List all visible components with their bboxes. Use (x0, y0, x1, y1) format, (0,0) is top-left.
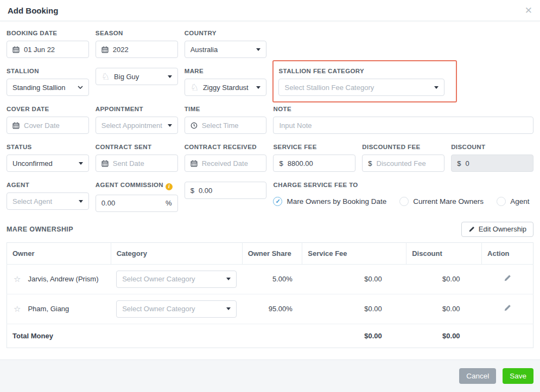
contract-received-field: CONTRACT RECEIVED (185, 144, 267, 172)
cover-date-input[interactable] (7, 117, 89, 134)
radio-unchecked-icon (497, 197, 506, 206)
owner-share-value: 95.00% (242, 294, 302, 324)
agent-select[interactable]: Select Agent (7, 192, 89, 210)
caret-down-icon (226, 278, 231, 280)
chevron-down-icon (78, 86, 83, 89)
charge-service-fee-label: CHARGE SERVICE FEE TO (273, 182, 533, 188)
caret-down-icon (434, 86, 439, 89)
radio-checked-icon (273, 197, 282, 206)
discounted-fee-field: DISCOUNTED FEE $ (362, 144, 444, 172)
edit-ownership-label: Edit Ownership (479, 225, 526, 233)
charge-option-2-label: Agent (510, 197, 529, 205)
discount-field: DISCOUNT $ 0 (451, 144, 533, 172)
percent-suffix: % (166, 199, 172, 207)
discounted-fee-value[interactable] (377, 159, 439, 168)
calendar-icon (190, 160, 198, 167)
note-input[interactable] (273, 117, 533, 134)
star-icon[interactable]: ☆ (14, 305, 21, 313)
owner-category-select[interactable]: Select Owner Category (116, 271, 237, 288)
appointment-select[interactable]: Select Appointment (96, 117, 178, 134)
booking-date-input[interactable] (7, 41, 89, 58)
discount-value: $0.00 (406, 264, 482, 294)
charge-option-1[interactable]: Current Mare Owners (399, 197, 484, 206)
dollar-prefix: $ (457, 159, 461, 168)
col-header-discount: Discount (406, 242, 482, 264)
service-fee-value[interactable] (288, 159, 350, 168)
close-icon[interactable]: ✕ (525, 6, 532, 15)
contract-received-label: CONTRACT RECEIVED (185, 144, 267, 150)
contract-received-value[interactable] (202, 159, 261, 168)
season-input[interactable] (96, 41, 178, 58)
stallion-label: STALLION (7, 68, 89, 74)
discount-label: DISCOUNT (451, 144, 533, 150)
season-value[interactable] (113, 46, 172, 54)
booking-date-value[interactable] (24, 46, 83, 54)
mare-field: MARE ♘ Ziggy Stardust (185, 68, 267, 96)
caret-down-icon (79, 162, 83, 165)
stallion-fee-category-placeholder: Select Stallion Fee Category (284, 83, 374, 92)
charge-option-0[interactable]: Mare Owners by Booking Date (273, 197, 386, 206)
cover-date-label: COVER DATE (7, 106, 89, 112)
agent-commission-amount-input[interactable]: $ (185, 182, 267, 199)
owner-category-placeholder: Select Owner Category (122, 305, 195, 313)
note-value[interactable] (279, 121, 528, 130)
time-input[interactable] (185, 117, 267, 134)
status-label: STATUS (7, 144, 89, 150)
total-discount: $0.00 (406, 324, 482, 348)
table-header-row: Owner Category Owner Share Service Fee D… (7, 242, 533, 264)
total-service-fee: $0.00 (302, 324, 406, 348)
time-field: TIME (185, 106, 267, 134)
modal-body: BOOKING DATE SEASON COUNTRY (0, 21, 540, 359)
caret-down-icon (256, 48, 261, 51)
caret-down-icon (79, 200, 83, 203)
cancel-button[interactable]: Cancel (459, 368, 496, 384)
contract-sent-input[interactable] (96, 155, 178, 172)
status-select[interactable]: Unconfirmed (7, 155, 89, 172)
cover-date-value[interactable] (24, 121, 83, 130)
col-header-service-fee: Service Fee (302, 242, 406, 264)
stallion-select[interactable]: ♘ Big Guy (96, 68, 178, 85)
agent-commission-amount-value[interactable] (199, 187, 261, 195)
edit-row-pencil-icon[interactable] (504, 274, 511, 282)
charge-option-2[interactable]: Agent (497, 197, 529, 206)
star-icon[interactable]: ☆ (14, 275, 21, 283)
stallion-fee-category-label: STALLION FEE CATEGORY (278, 68, 444, 74)
appointment-placeholder: Select Appointment (101, 121, 162, 130)
total-label: Total Money (7, 324, 111, 348)
note-label: NOTE (273, 106, 533, 112)
discounted-fee-label: DISCOUNTED FEE (362, 144, 444, 150)
agent-commission-percent-input[interactable]: % (96, 195, 178, 212)
service-fee-input[interactable]: $ (273, 155, 355, 172)
radio-unchecked-icon (399, 197, 409, 206)
form-row-1: BOOKING DATE SEASON COUNTRY (7, 30, 533, 58)
agent-commission-amount-field: $ (185, 182, 267, 212)
edit-row-pencil-icon[interactable] (504, 304, 511, 312)
pencil-icon (468, 226, 475, 233)
stallion-fee-category-select[interactable]: Select Stallion Fee Category (278, 79, 444, 96)
stallion-fee-category-field: STALLION FEE CATEGORY Select Stallion Fe… (273, 68, 444, 96)
contract-received-input[interactable] (185, 155, 267, 172)
stallion-type-select[interactable]: Standing Stallion (7, 79, 89, 96)
cover-date-field: COVER DATE (7, 106, 89, 134)
mare-select[interactable]: ♘ Ziggy Stardust (185, 79, 267, 96)
dollar-prefix: $ (190, 187, 194, 195)
status-value: Unconfirmed (12, 159, 53, 168)
edit-ownership-button[interactable]: Edit Ownership (461, 222, 533, 237)
agent-placeholder: Select Agent (12, 197, 52, 205)
time-value[interactable] (202, 121, 261, 130)
total-row: Total Money $0.00 $0.00 (7, 324, 533, 348)
info-icon[interactable]: i (166, 183, 173, 190)
time-label: TIME (185, 106, 267, 112)
owner-category-select[interactable]: Select Owner Category (116, 300, 237, 318)
charge-option-0-label: Mare Owners by Booking Date (287, 197, 386, 205)
table-row: ☆ Pham, Giang Select Owner Category 95.0… (7, 294, 533, 324)
calendar-icon (101, 160, 109, 167)
contract-sent-value[interactable] (113, 159, 172, 168)
horse-icon: ♘ (190, 83, 199, 92)
save-button[interactable]: Save (503, 368, 533, 384)
agent-commission-percent-value[interactable] (101, 199, 161, 207)
country-select[interactable]: Australia (185, 41, 267, 58)
season-label: SEASON (96, 30, 178, 36)
country-value: Australia (190, 46, 218, 54)
discounted-fee-input[interactable]: $ (362, 155, 444, 172)
